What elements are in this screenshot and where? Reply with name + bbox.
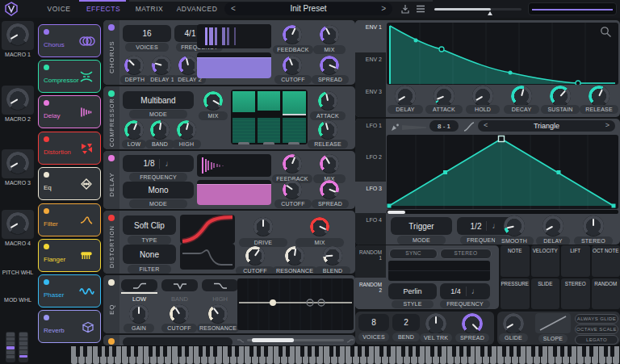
legato-button[interactable]: LEGATO [575, 335, 618, 345]
distortion-power-dot[interactable] [44, 136, 49, 142]
tab-env3[interactable]: ENV 3 [355, 85, 386, 117]
paint-amount-slider[interactable] [402, 125, 426, 130]
tab-lfo1[interactable]: LFO 1 [355, 119, 386, 150]
piano-black-key[interactable] [438, 346, 442, 357]
compressor-mix-knob[interactable] [203, 91, 223, 111]
eq-band-label[interactable]: BAND [161, 295, 198, 303]
eq-graph[interactable] [237, 278, 354, 330]
distortion-type-dropdown[interactable]: Soft Clip [123, 215, 176, 235]
piano-black-key[interactable] [300, 346, 304, 357]
tab-random2[interactable]: RANDOM 2 [355, 278, 386, 309]
eq-cutoff-knob[interactable] [170, 304, 189, 324]
mod-source-velocity[interactable]: VELOCITY [531, 245, 560, 277]
random-style-dropdown[interactable]: Perlin [388, 283, 437, 299]
eq-resonance-knob[interactable] [208, 304, 228, 324]
distortion-curve-viz[interactable] [180, 215, 235, 244]
lfo-scrollbar-thumb[interactable] [388, 211, 405, 214]
env-sustain-knob[interactable] [550, 86, 571, 107]
macro3-knob[interactable] [6, 152, 29, 174]
piano-black-key[interactable] [452, 346, 456, 357]
reverb-power-dot[interactable] [44, 315, 49, 320]
distortion-resonance-knob[interactable] [285, 246, 304, 266]
fx-item-distortion[interactable]: Distortion [38, 132, 101, 165]
tab-effects[interactable]: EFFECTS [81, 0, 126, 18]
preset-browser[interactable]: < Init Preset > [224, 2, 392, 15]
piano-black-key[interactable] [336, 346, 340, 357]
glide-knob[interactable] [503, 313, 524, 334]
random-display[interactable] [388, 261, 490, 281]
eq-power-dot[interactable] [44, 172, 49, 178]
piano-black-key[interactable] [315, 346, 319, 357]
next-shape-icon[interactable]: > [605, 121, 610, 129]
piano-black-key[interactable] [156, 346, 160, 357]
flanger-power-dot[interactable] [44, 244, 49, 249]
compressor-band-knob[interactable] [150, 120, 170, 140]
piano-black-key[interactable] [610, 346, 614, 357]
piano-black-key[interactable] [408, 346, 413, 357]
chorus-delay1-knob[interactable] [152, 56, 171, 75]
piano-black-key[interactable] [350, 346, 354, 357]
piano-black-key[interactable] [502, 346, 506, 357]
always-glide-button[interactable]: ALWAYS GLIDE [575, 314, 618, 324]
save-preset-icon[interactable] [400, 4, 410, 14]
comp-band-handle[interactable] [263, 142, 274, 144]
piano-black-key[interactable] [185, 346, 189, 357]
tab-lfo3[interactable]: LFO 3 [355, 182, 386, 213]
compressor-attack-knob[interactable] [318, 91, 337, 111]
piano-black-key[interactable] [213, 346, 217, 357]
chorus-voices-value[interactable]: 16 [123, 25, 171, 42]
piano-black-key[interactable] [416, 346, 420, 357]
compressor-power-dot[interactable] [44, 65, 49, 70]
lfo-display[interactable] [387, 135, 618, 209]
distortion-filter-viz[interactable] [180, 244, 235, 270]
chorus-mix-knob[interactable] [320, 25, 339, 44]
compressor-high-knob[interactable] [177, 120, 196, 140]
piano-black-key[interactable] [401, 346, 405, 357]
tab-lfo2[interactable]: LFO 2 [355, 150, 386, 182]
eq-high-label[interactable]: HIGH [202, 295, 238, 303]
volume-slider[interactable] [434, 8, 522, 10]
lfo-grid-selector[interactable]: 8 - 1 [429, 120, 459, 132]
piano-black-key[interactable] [178, 346, 182, 357]
piano-black-key[interactable] [459, 346, 463, 357]
paint-brush-icon[interactable] [390, 123, 400, 132]
piano-black-key[interactable] [199, 346, 203, 357]
delay-cutoff-knob[interactable] [283, 180, 302, 199]
piano-black-key[interactable] [379, 346, 383, 357]
piano-black-key[interactable] [509, 346, 513, 357]
chorus-power-dot[interactable] [44, 29, 49, 35]
eq-gain-knob[interactable] [129, 304, 149, 324]
piano-keyboard[interactable] [71, 345, 620, 364]
eq-low-label[interactable]: LOW [121, 295, 157, 303]
macro4-knob[interactable] [6, 212, 29, 235]
piano-black-key[interactable] [206, 346, 210, 357]
mod-source-pressure[interactable]: PRESSURE [501, 278, 530, 310]
chorus-depth-knob[interactable] [124, 56, 144, 75]
mod-source-random[interactable]: RANDOM [592, 278, 620, 310]
piano-black-key[interactable] [538, 346, 542, 357]
mod-wheel[interactable] [19, 332, 28, 362]
compressor-release-knob[interactable] [318, 120, 337, 140]
filter-enable-dot[interactable] [108, 338, 115, 345]
fx-item-chorus[interactable]: Chorus [38, 24, 101, 57]
fx-item-compressor[interactable]: Compressor [38, 60, 101, 93]
piano-black-key[interactable] [163, 346, 167, 357]
piano-black-key[interactable] [279, 346, 283, 357]
fx-item-flanger[interactable]: Flanger [38, 239, 101, 272]
comp-lower-band[interactable] [258, 118, 280, 143]
piano-black-key[interactable] [98, 346, 102, 357]
chorus-filter-viz[interactable] [197, 52, 271, 78]
piano-black-key[interactable] [249, 346, 253, 357]
distortion-drive-knob[interactable] [253, 217, 273, 236]
piano-black-key[interactable] [257, 346, 261, 357]
chorus-feedback-knob[interactable] [283, 25, 302, 44]
tab-random1[interactable]: RANDOM 1 [355, 245, 386, 278]
random-sync-button[interactable]: SYNC [389, 249, 438, 259]
bend-value[interactable]: 2 [392, 314, 420, 331]
piano-black-key[interactable] [365, 346, 369, 357]
volume-slider-marker[interactable] [488, 11, 492, 15]
fx-item-filter[interactable]: Filter [38, 203, 101, 236]
piano-black-key[interactable] [264, 346, 268, 357]
mod-source-note[interactable]: NOTE [501, 245, 530, 277]
filter-dropdown-partial[interactable] [123, 337, 232, 345]
